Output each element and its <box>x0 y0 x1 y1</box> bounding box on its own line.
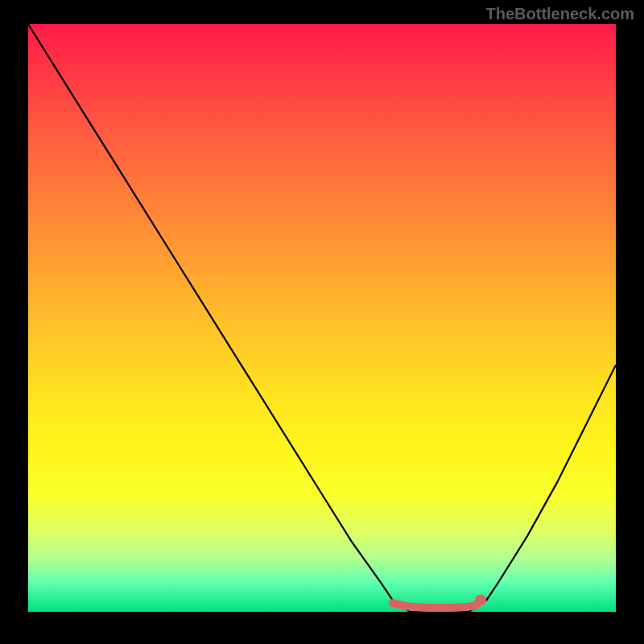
chart-svg <box>28 24 616 612</box>
optimal-marker-dot <box>475 594 486 605</box>
bottleneck-curve-line <box>28 24 616 612</box>
watermark-text: TheBottleneck.com <box>486 5 634 23</box>
chart-container: TheBottleneck.com <box>0 0 644 644</box>
optimal-region-line <box>393 600 481 608</box>
plot-area <box>28 24 616 612</box>
